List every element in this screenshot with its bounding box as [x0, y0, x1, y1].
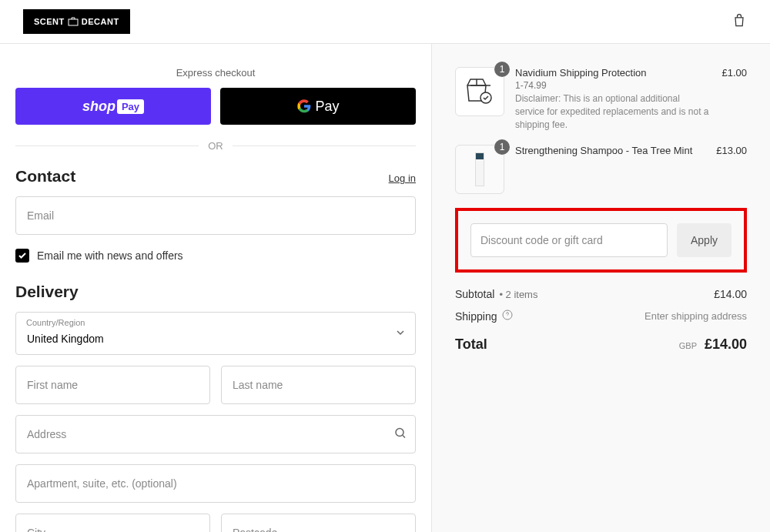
cart-item: 1 Strengthening Shampoo - Tea Tree Mint …	[455, 145, 747, 194]
item-price: £13.00	[716, 145, 747, 194]
help-icon[interactable]	[502, 309, 513, 323]
newsletter-label: Email me with news and offers	[37, 249, 183, 262]
discount-code-field[interactable]	[470, 223, 668, 257]
item-price: £1.00	[721, 67, 747, 131]
city-field[interactable]	[15, 514, 210, 532]
apply-button[interactable]: Apply	[677, 223, 732, 257]
item-qty-badge: 1	[494, 139, 510, 155]
email-field[interactable]	[15, 196, 416, 235]
brand-text-2: DECANT	[82, 17, 119, 26]
shipping-value: Enter shipping address	[644, 310, 747, 322]
shop-pay-logo: shop Pay	[82, 99, 144, 115]
suitcase-icon	[68, 17, 79, 26]
login-link[interactable]: Log in	[389, 172, 416, 184]
item-name: Navidium Shipping Protection	[515, 67, 711, 79]
address-field[interactable]	[15, 415, 416, 453]
item-thumbnail: 1	[455, 145, 504, 194]
gpay-logo: Pay	[296, 99, 339, 115]
first-name-field[interactable]	[15, 366, 210, 404]
apartment-field[interactable]	[15, 464, 416, 503]
newsletter-checkbox[interactable]	[15, 249, 29, 263]
item-variant: 1-74.99	[515, 80, 711, 91]
svg-point-1	[396, 429, 403, 437]
svg-rect-0	[69, 19, 78, 25]
last-name-field[interactable]	[221, 366, 416, 404]
item-disclaimer: Disclaimer: This is an optional addition…	[515, 92, 711, 131]
cart-icon[interactable]	[732, 13, 747, 31]
contact-heading: Contact	[15, 167, 75, 186]
google-pay-button[interactable]: Pay	[220, 88, 416, 125]
shop-pay-button[interactable]: shop Pay	[15, 88, 211, 125]
postcode-field[interactable]	[221, 514, 416, 532]
item-thumbnail: 1	[455, 67, 504, 116]
delivery-heading: Delivery	[15, 283, 416, 301]
total-value: GBP £14.00	[679, 336, 747, 353]
cart-item: 1 Navidium Shipping Protection 1-74.99 D…	[455, 67, 747, 131]
country-label: Country/Region	[26, 318, 85, 327]
subtotal-value: £14.00	[714, 288, 747, 300]
total-label: Total	[455, 336, 487, 353]
divider-label: OR	[199, 140, 233, 152]
item-name: Strengthening Shampoo - Tea Tree Mint	[515, 145, 705, 156]
express-checkout-label: Express checkout	[15, 67, 416, 79]
discount-highlight-box: Apply	[455, 208, 747, 273]
subtotal-label: Subtotal • 2 items	[455, 288, 537, 300]
search-icon	[394, 427, 407, 442]
shipping-label: Shipping	[455, 309, 513, 323]
brand-text: SCENT	[34, 17, 65, 26]
item-qty-badge: 1	[494, 62, 510, 77]
brand-logo[interactable]: SCENT DECANT	[23, 9, 130, 34]
